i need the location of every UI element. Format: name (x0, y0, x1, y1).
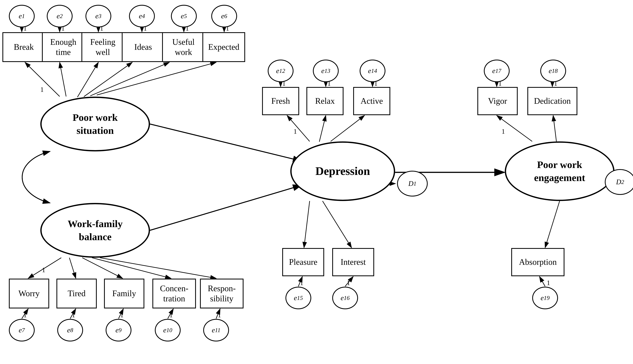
error-e1: e1 (9, 5, 35, 28)
rect-relax: Relax (306, 87, 343, 115)
error-e2: e2 (47, 5, 73, 28)
rect-useful-work: Usefulwork (162, 32, 205, 62)
svg-text:1: 1 (502, 128, 505, 135)
svg-text:1: 1 (40, 86, 44, 93)
svg-text:1: 1 (547, 279, 550, 286)
svg-text:1: 1 (72, 311, 75, 319)
rect-tired: Tired (57, 279, 97, 308)
rect-dedication: Dedication (527, 87, 577, 115)
rect-fresh: Fresh (262, 87, 299, 115)
latent-poor-work-situation: Poor worksituation (40, 97, 150, 152)
error-e14: e14 (360, 60, 385, 82)
error-e9: e9 (106, 319, 131, 342)
error-e12: e12 (268, 60, 294, 82)
svg-line-45 (287, 116, 310, 142)
svg-line-66 (539, 276, 545, 286)
latent-poor-work-engagement: Poor workengagement (505, 142, 614, 201)
error-e19: e19 (532, 287, 558, 309)
rect-absorption: Absorption (511, 248, 564, 276)
rect-interest: Interest (332, 248, 374, 276)
svg-text:1: 1 (294, 128, 297, 135)
svg-text:1: 1 (218, 311, 221, 319)
svg-line-38 (150, 185, 302, 230)
rect-family: Family (104, 279, 144, 308)
svg-line-31 (119, 309, 123, 318)
disturbance-d1: D1 (397, 171, 428, 196)
svg-line-62 (497, 116, 532, 142)
rect-pleasure: Pleasure (282, 248, 324, 276)
error-e16: e16 (332, 287, 358, 309)
rect-responsibility: Respon-sibility (200, 279, 244, 308)
svg-line-49 (304, 201, 310, 248)
svg-text:1: 1 (42, 266, 45, 274)
svg-line-25 (100, 258, 216, 278)
rect-feeling-well: Feelingwell (81, 32, 124, 62)
svg-line-29 (70, 309, 76, 318)
svg-line-27 (22, 309, 28, 318)
svg-line-21 (28, 258, 61, 278)
rect-concentration: Concen-tration (152, 279, 196, 308)
error-e18: e18 (540, 60, 566, 82)
error-e17: e17 (484, 60, 510, 82)
error-e10: e10 (155, 319, 181, 342)
error-e6: e6 (211, 5, 237, 28)
svg-line-50 (323, 201, 352, 248)
svg-line-24 (92, 258, 171, 278)
error-e8: e8 (57, 319, 83, 342)
svg-line-16 (77, 62, 98, 97)
svg-text:1: 1 (169, 311, 173, 319)
error-e15: e15 (285, 287, 311, 309)
svg-line-18 (90, 62, 169, 96)
svg-line-17 (84, 62, 132, 97)
svg-line-22 (69, 258, 76, 278)
svg-line-51 (298, 276, 302, 286)
rect-ideas: Ideas (122, 32, 164, 62)
rect-worry: Worry (9, 279, 49, 308)
rect-break: Break (3, 32, 45, 62)
svg-line-15 (60, 62, 66, 96)
svg-line-37 (150, 124, 302, 161)
svg-text:1: 1 (23, 311, 27, 319)
svg-line-14 (25, 62, 60, 96)
rect-active: Active (353, 87, 390, 115)
error-e13: e13 (313, 60, 339, 82)
latent-work-family-balance: Work-familybalance (40, 203, 150, 258)
diagram: 1 1 1 1 1 1 1 (0, 0, 633, 364)
error-e5: e5 (171, 5, 197, 28)
svg-line-33 (168, 309, 173, 318)
disturbance-d2: D2 (605, 169, 633, 195)
rect-expected: Expected (202, 32, 245, 62)
svg-line-48 (331, 116, 364, 142)
svg-line-64 (553, 116, 556, 142)
error-e7: e7 (9, 319, 35, 342)
svg-line-65 (545, 201, 560, 248)
error-e11: e11 (203, 319, 229, 342)
svg-line-46 (319, 116, 326, 142)
svg-line-23 (82, 258, 123, 278)
latent-depression: Depression (290, 142, 395, 201)
error-e4: e4 (129, 5, 155, 28)
error-e3: e3 (85, 5, 111, 28)
rect-vigor: Vigor (477, 87, 518, 115)
rect-enough-time: Enoughtime (42, 32, 85, 62)
svg-line-35 (216, 309, 220, 318)
svg-text:1: 1 (300, 279, 303, 286)
svg-line-53 (345, 276, 353, 286)
svg-text:1: 1 (347, 279, 350, 286)
svg-text:1: 1 (120, 311, 124, 319)
svg-line-19 (97, 62, 216, 95)
